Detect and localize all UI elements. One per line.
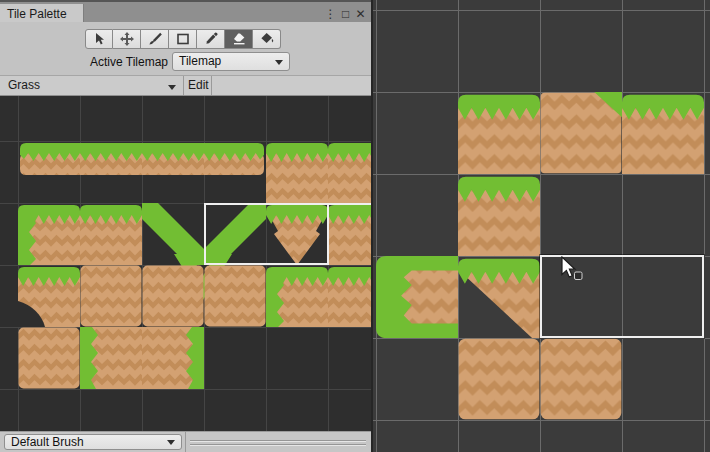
tile-cap-corner-tl[interactable] xyxy=(266,267,328,327)
paint-brush-icon xyxy=(147,31,163,47)
active-tilemap-value: Tilemap xyxy=(179,54,221,68)
tile-pocket-right xyxy=(376,256,458,338)
tab-tile-palette[interactable]: Tile Palette xyxy=(0,4,84,24)
fill-bucket-tool-button[interactable] xyxy=(253,29,281,49)
box-fill-tool-button[interactable] xyxy=(169,29,197,49)
tile-dirt xyxy=(459,339,540,420)
palette-tiles-canvas xyxy=(0,96,371,431)
close-icon[interactable]: ✕ xyxy=(354,5,367,23)
fill-bucket-icon xyxy=(259,31,275,47)
tile-cap-corner-tl[interactable] xyxy=(18,205,80,265)
tile-palette-panel: Tile Palette ⋮ □ ✕ xyxy=(0,0,371,452)
brush-dropdown[interactable]: Default Brush xyxy=(4,434,182,450)
unity-editor-window: Tile Palette ⋮ □ ✕ xyxy=(0,0,710,452)
eraser-tool-button[interactable] xyxy=(225,29,253,49)
scene-tiles-canvas xyxy=(373,0,710,452)
tile-palette-grid[interactable] xyxy=(0,96,371,431)
tile-edge-left[interactable] xyxy=(80,327,142,389)
tile-dirt[interactable] xyxy=(143,266,204,327)
brush-bar: Default Brush xyxy=(0,431,371,452)
maximize-icon[interactable]: □ xyxy=(339,5,352,23)
separator xyxy=(211,76,212,95)
tile-strip-left[interactable] xyxy=(20,143,80,175)
tile-cap-diag xyxy=(458,259,540,338)
tab-strip: Tile Palette ⋮ □ ✕ xyxy=(0,0,371,22)
tile-cap-bite[interactable] xyxy=(18,267,80,327)
tile-cap xyxy=(622,95,704,174)
eraser-icon xyxy=(231,31,247,47)
eyedropper-icon xyxy=(203,31,219,47)
paint-brush-tool-button[interactable] xyxy=(141,29,169,49)
tile-strip-right[interactable] xyxy=(204,143,264,175)
tile-dirt xyxy=(541,339,622,420)
select-tool-button[interactable] xyxy=(85,29,113,49)
tile-cap[interactable] xyxy=(80,205,142,265)
tile-cap[interactable] xyxy=(328,205,371,265)
chevron-down-icon xyxy=(275,60,283,65)
tile-palette-toolbar: Active Tilemap Tilemap xyxy=(0,22,371,75)
brush-value: Default Brush xyxy=(11,435,84,449)
tile-dirt[interactable] xyxy=(81,266,142,327)
box-icon xyxy=(175,31,191,47)
tile-edge-right[interactable] xyxy=(142,327,204,389)
tool-button-row xyxy=(85,29,281,49)
tile-strip-mid[interactable] xyxy=(142,143,204,175)
tile-band-up[interactable] xyxy=(204,203,266,265)
tile-picker-tool-button[interactable] xyxy=(197,29,225,49)
tile-strip-mid[interactable] xyxy=(80,143,142,175)
active-tilemap-label: Active Tilemap xyxy=(0,55,168,69)
active-tilemap-dropdown[interactable]: Tilemap xyxy=(172,52,290,71)
palette-dropdown[interactable]: Grass xyxy=(8,78,40,92)
tile-cap[interactable] xyxy=(266,143,328,203)
move-tool-button[interactable] xyxy=(113,29,141,49)
tile-cap xyxy=(458,177,540,256)
edit-palette-button[interactable]: Edit xyxy=(188,78,209,92)
tile-band-down[interactable] xyxy=(142,203,204,265)
brush-grip-lines xyxy=(190,432,366,452)
chevron-down-icon xyxy=(167,440,175,445)
kebab-menu-icon[interactable]: ⋮ xyxy=(324,5,337,23)
tile-corner-grass-tr xyxy=(541,92,622,173)
scene-view[interactable] xyxy=(373,0,710,452)
tile-cap[interactable] xyxy=(328,143,371,203)
palette-selector-bar: Grass Edit xyxy=(0,75,371,96)
chevron-down-icon[interactable] xyxy=(168,85,176,90)
select-arrow-icon xyxy=(91,31,107,47)
tile-cap-taper[interactable] xyxy=(266,205,328,265)
tile-dirt[interactable] xyxy=(19,328,80,389)
tile-cap[interactable] xyxy=(328,267,371,327)
tile-dirt[interactable] xyxy=(205,266,266,327)
move-icon xyxy=(119,31,135,47)
separator xyxy=(183,76,184,95)
tile-cap xyxy=(458,95,540,174)
separator xyxy=(185,432,186,452)
